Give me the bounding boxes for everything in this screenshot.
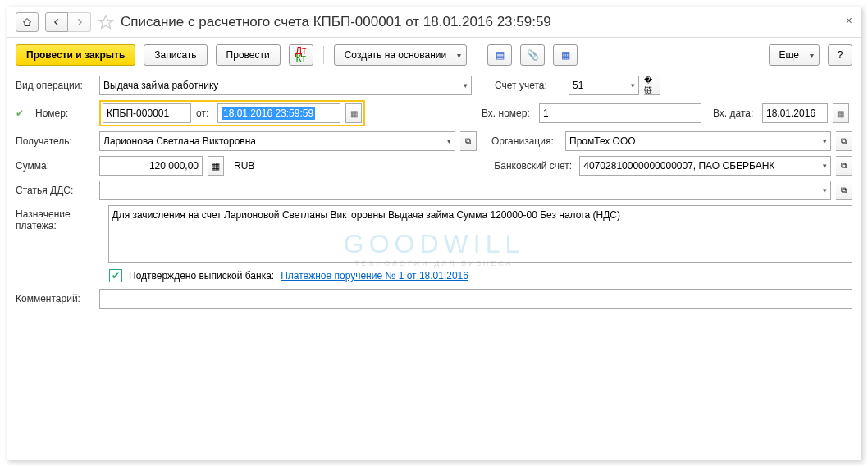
favorite-icon[interactable] <box>98 14 114 30</box>
home-icon <box>22 17 32 27</box>
status-icon: ✔ <box>16 108 30 119</box>
incoming-date-input[interactable] <box>766 104 824 122</box>
comment-field[interactable] <box>99 289 852 309</box>
label-number: Номер: <box>35 108 94 119</box>
calendar-button[interactable]: ▦ <box>345 103 362 123</box>
organization-open-button[interactable]: ⧉ <box>836 131 852 151</box>
label-account: Счет учета: <box>495 80 564 91</box>
label-recipient: Получатель: <box>16 135 94 147</box>
bank-account-open-button[interactable]: ⧉ <box>836 156 852 176</box>
dds-input[interactable] <box>103 181 815 199</box>
amount-input[interactable] <box>103 157 199 175</box>
label-from: от: <box>196 108 212 119</box>
close-button[interactable]: × <box>846 14 852 27</box>
back-button[interactable] <box>45 12 68 32</box>
confirmed-checkbox[interactable]: ✔ <box>109 269 122 282</box>
list-icon: ▦ <box>561 49 570 61</box>
bank-account-input[interactable] <box>583 157 815 175</box>
label-comment: Комментарий: <box>16 293 94 304</box>
organization-input[interactable] <box>569 132 815 150</box>
payment-order-link[interactable]: Платежное поручение № 1 от 18.01.2016 <box>281 270 468 282</box>
recipient-open-button[interactable]: ⧉ <box>460 131 477 151</box>
help-button[interactable]: ? <box>828 44 852 66</box>
amount-calc-button[interactable]: ▦ <box>208 156 224 176</box>
date-input[interactable]: 18.01.2016 23:59:59 <box>222 107 315 120</box>
document-icon: ▤ <box>496 49 505 61</box>
forward-button[interactable] <box>68 12 91 32</box>
label-dds: Статья ДДС: <box>16 185 94 196</box>
label-purpose: Назначение платежа: <box>16 205 103 231</box>
create-based-button[interactable]: Создать на основании <box>334 44 468 66</box>
amount-field[interactable] <box>99 156 203 176</box>
label-incoming-no: Вх. номер: <box>482 108 534 119</box>
recipient-field[interactable] <box>99 131 455 151</box>
print-button[interactable]: ▤ <box>487 44 512 66</box>
incoming-no-field[interactable] <box>539 103 701 123</box>
recipient-input[interactable] <box>103 132 440 150</box>
op-type-field[interactable] <box>99 76 472 95</box>
label-op-type: Вид операции: <box>16 80 94 91</box>
calculator-icon: ▦ <box>211 160 220 172</box>
bank-account-field[interactable] <box>579 156 831 176</box>
post-button[interactable]: Провести <box>216 44 281 66</box>
op-type-input[interactable] <box>103 76 456 94</box>
separator <box>323 46 324 64</box>
account-field[interactable] <box>569 76 639 95</box>
account-input[interactable] <box>573 76 624 94</box>
incoming-no-input[interactable] <box>543 104 697 122</box>
number-field[interactable] <box>103 103 191 123</box>
dds-field[interactable] <box>99 181 831 200</box>
paperclip-icon: 📎 <box>527 49 539 61</box>
post-and-close-button[interactable]: Провести и закрыть <box>16 44 135 66</box>
comment-input[interactable] <box>103 290 848 308</box>
arrow-left-icon <box>52 17 62 27</box>
calendar-icon: ▦ <box>350 109 358 118</box>
help-icon: ? <box>838 49 843 61</box>
form-body: Вид операции: Счет учета: �链 ✔ Номер: от… <box>7 72 861 317</box>
organization-field[interactable] <box>565 131 831 151</box>
dt-kt-button[interactable]: ДтКт <box>289 44 313 66</box>
report-button[interactable]: ▦ <box>553 44 578 66</box>
label-organization: Организация: <box>491 135 560 147</box>
label-amount: Сумма: <box>16 160 94 172</box>
incoming-date-calendar-button[interactable]: ▦ <box>833 103 849 123</box>
label-bank-account: Банковский счет: <box>494 160 574 172</box>
home-button[interactable] <box>16 12 39 32</box>
account-open-button[interactable]: �链 <box>644 76 660 95</box>
separator <box>477 46 477 64</box>
document-window: × Списание с расчетного счета КПБП-00000… <box>7 7 861 460</box>
more-button[interactable]: Еще <box>769 44 820 66</box>
incoming-date-field[interactable] <box>762 103 828 123</box>
currency-label: RUB <box>234 160 254 172</box>
toolbar: Провести и закрыть Записать Провести ДтК… <box>7 38 861 72</box>
dds-open-button[interactable]: ⧉ <box>836 181 852 200</box>
dt-kt-icon: ДтКт <box>295 48 307 62</box>
titlebar: Списание с расчетного счета КПБП-000001 … <box>7 7 861 38</box>
date-field[interactable]: 18.01.2016 23:59:59 <box>217 103 340 123</box>
page-title: Списание с расчетного счета КПБП-000001 … <box>121 14 551 30</box>
calendar-icon: ▦ <box>837 109 844 118</box>
label-incoming-date: Вх. дата: <box>713 108 757 119</box>
number-input[interactable] <box>107 104 187 122</box>
arrow-right-icon <box>75 17 85 27</box>
number-date-group: от: 18.01.2016 23:59:59 ▦ <box>99 100 365 126</box>
save-button[interactable]: Записать <box>144 44 207 66</box>
label-confirmed: Подтверждено выпиской банка: <box>129 270 274 282</box>
attach-button[interactable]: 📎 <box>520 44 545 66</box>
purpose-textarea[interactable] <box>108 205 853 263</box>
